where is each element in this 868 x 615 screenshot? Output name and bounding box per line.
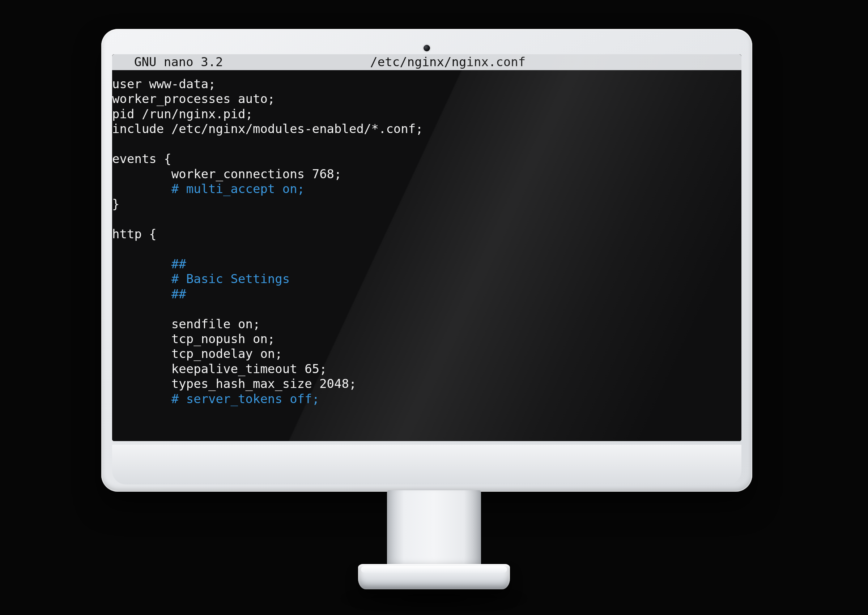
comment-text: ##: [172, 257, 186, 271]
editor-line[interactable]: # Basic Settings: [112, 272, 742, 286]
monitor-stand-neck: [387, 490, 481, 573]
terminal[interactable]: GNU nano 3.2 /etc/nginx/nginx.conf user …: [112, 54, 742, 441]
editor-line[interactable]: ##: [112, 287, 742, 301]
comment-text: # Basic Settings: [172, 272, 290, 286]
editor-line[interactable]: user www-data;: [112, 76, 742, 92]
monitor-chin: [112, 445, 742, 484]
nano-app-label: GNU nano 3.2: [119, 55, 223, 69]
editor-line[interactable]: [112, 212, 742, 226]
editor-line[interactable]: [112, 301, 742, 316]
editor-line[interactable]: [112, 242, 742, 256]
editor-line[interactable]: tcp_nopush on;: [112, 331, 742, 347]
stage: GNU nano 3.2 /etc/nginx/nginx.conf user …: [0, 0, 868, 615]
screen: GNU nano 3.2 /etc/nginx/nginx.conf user …: [112, 54, 742, 441]
monitor-floor-shadow: [340, 586, 528, 611]
editor-line[interactable]: sendfile on;: [112, 317, 742, 331]
nano-editor-body[interactable]: user www-data;worker_processes auto;pid …: [112, 70, 742, 406]
editor-line[interactable]: keepalive_timeout 65;: [112, 362, 742, 376]
editor-line[interactable]: tcp_nodelay on;: [112, 347, 742, 361]
editor-line[interactable]: types_hash_max_size 2048;: [112, 376, 742, 391]
editor-line[interactable]: events {: [112, 151, 742, 166]
comment-text: # server_tokens off;: [172, 392, 319, 406]
monitor-body: GNU nano 3.2 /etc/nginx/nginx.conf user …: [101, 29, 752, 492]
editor-line[interactable]: include /etc/nginx/modules-enabled/*.con…: [112, 122, 742, 136]
camera-icon: [423, 45, 430, 52]
comment-text: ##: [172, 287, 186, 301]
nano-titlebar: GNU nano 3.2 /etc/nginx/nginx.conf: [112, 54, 742, 70]
editor-line[interactable]: # server_tokens off;: [112, 392, 742, 406]
monitor-stand-foot: [358, 564, 510, 589]
editor-line[interactable]: worker_processes auto;: [112, 92, 742, 106]
editor-line[interactable]: [112, 137, 742, 151]
editor-line[interactable]: }: [112, 197, 742, 212]
editor-line[interactable]: ##: [112, 257, 742, 272]
editor-line[interactable]: http {: [112, 227, 742, 242]
editor-line[interactable]: pid /run/nginx.pid;: [112, 107, 742, 122]
editor-line[interactable]: worker_connections 768;: [112, 167, 742, 181]
comment-text: # multi_accept on;: [172, 181, 304, 196]
nano-file-path: /etc/nginx/nginx.conf: [223, 55, 673, 69]
editor-line[interactable]: # multi_accept on;: [112, 181, 742, 196]
